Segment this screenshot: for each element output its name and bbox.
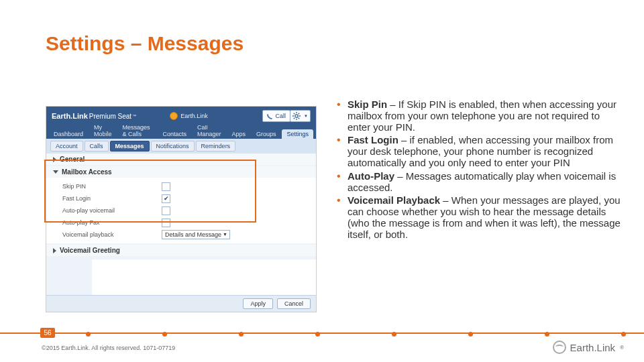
globe-icon: [553, 341, 566, 354]
slide-title: Settings – Messages: [46, 32, 244, 55]
section-mailbox-access[interactable]: Mailbox Access: [46, 166, 316, 178]
dot-icon: [621, 332, 626, 337]
footer-logo-text: Earth.Link: [570, 342, 616, 353]
svg-line-5: [294, 113, 294, 114]
bullet-fast-login: Fast Login – if enabled, when accessing …: [335, 135, 624, 168]
call-button-label: Call: [275, 111, 286, 121]
option-autoplay-fax-label: Auto-play Fax: [62, 219, 162, 226]
dot-icon: [239, 332, 244, 337]
settings-screenshot: Earth.Link Premium Seat ™ Earth.Link Cal…: [46, 106, 317, 312]
option-vm-playback-row: Voicemail playback Details and Message: [62, 229, 313, 241]
page-number: 56: [40, 328, 55, 338]
logo-dot-icon: [170, 112, 178, 120]
copyright-text: ©2015 Earth.Link. All rights reserved. 1…: [42, 345, 175, 351]
brand-light: Premium Seat: [89, 113, 131, 120]
bullet-vm-playback: Voicemail Playback – When your messages …: [335, 195, 624, 240]
dot-icon: [86, 332, 91, 337]
subtab-reminders[interactable]: Reminders: [196, 141, 236, 152]
chevron-down-icon: [53, 170, 58, 174]
trademark: ™: [132, 114, 136, 118]
apply-button[interactable]: Apply: [243, 298, 273, 309]
settings-body: [92, 259, 316, 296]
fast-login-checkbox[interactable]: [162, 194, 170, 203]
svg-line-8: [299, 113, 299, 114]
main-tab-bar: Dashboard My Mobile Messages & Calls Con…: [46, 125, 316, 139]
tab-groups[interactable]: Groups: [252, 129, 281, 139]
brand-bold: Earth.Link: [52, 112, 88, 120]
bullet-skip-pin: Skip Pin – If Skip PIN is enabled, then …: [335, 99, 624, 133]
svg-line-6: [299, 118, 299, 119]
autoplay-fax-checkbox[interactable]: [162, 219, 170, 227]
option-fast-login-row: Fast Login: [62, 192, 313, 204]
subtab-messages[interactable]: Messages: [110, 141, 150, 152]
dot-icon: [545, 332, 549, 337]
dot-icon: [392, 332, 396, 337]
autoplay-vm-checkbox[interactable]: [162, 206, 170, 215]
gear-icon: [292, 112, 301, 120]
call-button[interactable]: Call: [262, 110, 290, 122]
brand-secondary: Earth.Link: [180, 113, 208, 119]
dot-icon: [315, 332, 320, 337]
mailbox-options: Skip PIN Fast Login Auto-play voicemail …: [46, 178, 316, 243]
tab-dashboard[interactable]: Dashboard: [49, 129, 88, 139]
svg-line-7: [294, 118, 294, 119]
option-skip-pin-row: Skip PIN: [62, 180, 313, 192]
chevron-right-icon: [53, 157, 56, 162]
skip-pin-checkbox[interactable]: [162, 182, 170, 191]
dot-icon: [468, 332, 473, 337]
phone-icon: [267, 113, 273, 119]
option-vm-playback-label: Voicemail playback: [62, 231, 162, 238]
option-autoplay-fax-row: Auto-play Fax: [62, 217, 313, 229]
option-autoplay-vm-label: Auto-play voicemail: [62, 207, 162, 214]
tab-contacts[interactable]: Contacts: [158, 129, 191, 139]
footer-logo: Earth.Link®: [553, 341, 624, 354]
subtab-calls[interactable]: Calls: [85, 141, 109, 152]
subtab-notifications[interactable]: Notifications: [151, 141, 195, 152]
cancel-button[interactable]: Cancel: [277, 298, 311, 309]
tab-settings[interactable]: Settings: [282, 129, 313, 139]
vm-playback-select[interactable]: Details and Message: [162, 230, 230, 239]
footer-dots: [0, 330, 644, 337]
section-general-label: General: [60, 156, 85, 163]
section-mailbox-label: Mailbox Access: [62, 168, 112, 176]
chevron-right-icon: [53, 248, 56, 253]
section-general[interactable]: General: [46, 154, 316, 165]
settings-gear-button[interactable]: ▼: [290, 110, 311, 122]
dot-icon: [162, 332, 167, 337]
app-header: Earth.Link Premium Seat ™ Earth.Link Cal…: [46, 107, 316, 125]
bullet-list: Skip Pin – If Skip PIN is enabled, then …: [335, 99, 624, 243]
registered-mark: ®: [620, 345, 624, 351]
section-voicemail-greeting[interactable]: Voicemail Greeting: [46, 245, 316, 256]
tab-apps[interactable]: Apps: [227, 129, 250, 139]
option-fast-login-label: Fast Login: [62, 195, 162, 202]
panel-footer: Apply Cancel: [46, 295, 316, 312]
section-voicemail-label: Voicemail Greeting: [60, 247, 120, 254]
subtab-account[interactable]: Account: [50, 141, 83, 152]
chevron-down-icon: ▼: [304, 111, 308, 121]
bullet-auto-play: Auto-Play – Messages automatically play …: [335, 171, 624, 194]
option-autoplay-vm-row: Auto-play voicemail: [62, 204, 313, 217]
svg-point-0: [295, 115, 298, 117]
sub-tab-bar: Account Calls Messages Notifications Rem…: [46, 139, 316, 154]
option-skip-pin-label: Skip PIN: [62, 183, 162, 190]
